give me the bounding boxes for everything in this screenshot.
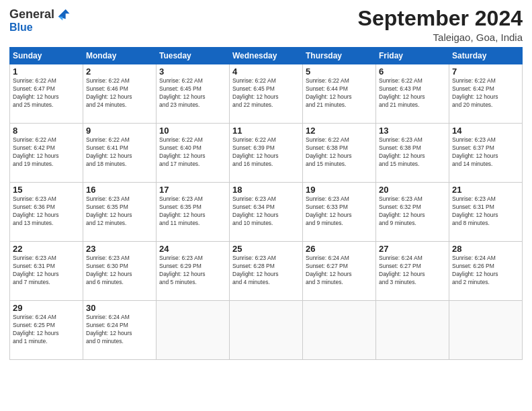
day-info: Sunrise: 6:24 AM Sunset: 6:27 PM Dayligh… [379, 255, 446, 287]
table-row: 27Sunrise: 6:24 AM Sunset: 6:27 PM Dayli… [376, 242, 449, 301]
table-row: 9Sunrise: 6:22 AM Sunset: 6:41 PM Daylig… [83, 124, 157, 183]
table-row: 20Sunrise: 6:23 AM Sunset: 6:32 PM Dayli… [376, 183, 449, 242]
day-number: 9 [86, 126, 153, 136]
day-number: 19 [306, 185, 373, 195]
day-info: Sunrise: 6:22 AM Sunset: 6:42 PM Dayligh… [13, 136, 80, 169]
table-row: 29Sunrise: 6:24 AM Sunset: 6:25 PM Dayli… [10, 301, 83, 360]
day-info: Sunrise: 6:22 AM Sunset: 6:46 PM Dayligh… [86, 77, 153, 109]
day-number: 24 [159, 244, 226, 254]
day-info: Sunrise: 6:23 AM Sunset: 6:38 PM Dayligh… [379, 136, 446, 169]
day-info: Sunrise: 6:23 AM Sunset: 6:37 PM Dayligh… [452, 136, 519, 169]
table-row: 7Sunrise: 6:22 AM Sunset: 6:42 PM Daylig… [449, 64, 523, 124]
month-title: September 2024 [358, 7, 523, 30]
day-number: 8 [13, 126, 80, 136]
logo-blue-text: Blue [9, 21, 33, 34]
day-number: 3 [159, 66, 226, 77]
calendar-week-4: 22Sunrise: 6:23 AM Sunset: 6:31 PM Dayli… [10, 242, 523, 301]
table-row: 10Sunrise: 6:22 AM Sunset: 6:40 PM Dayli… [157, 124, 230, 183]
day-number: 26 [306, 244, 373, 254]
table-row: 15Sunrise: 6:23 AM Sunset: 6:36 PM Dayli… [10, 183, 83, 242]
calendar-header-row: Sunday Monday Tuesday Wednesday Thursday… [10, 48, 523, 64]
day-number: 13 [379, 126, 446, 136]
col-saturday: Saturday [449, 48, 523, 64]
day-number: 12 [306, 126, 373, 136]
table-row [303, 301, 376, 360]
day-info: Sunrise: 6:23 AM Sunset: 6:35 PM Dayligh… [86, 195, 153, 228]
day-info: Sunrise: 6:23 AM Sunset: 6:29 PM Dayligh… [159, 255, 226, 287]
day-number: 6 [379, 66, 446, 77]
day-info: Sunrise: 6:23 AM Sunset: 6:30 PM Dayligh… [86, 255, 153, 287]
day-info: Sunrise: 6:22 AM Sunset: 6:45 PM Dayligh… [159, 77, 226, 109]
table-row: 8Sunrise: 6:22 AM Sunset: 6:42 PM Daylig… [10, 124, 83, 183]
day-info: Sunrise: 6:22 AM Sunset: 6:42 PM Dayligh… [452, 77, 519, 109]
calendar-week-2: 8Sunrise: 6:22 AM Sunset: 6:42 PM Daylig… [10, 124, 523, 183]
logo-icon [56, 7, 71, 21]
day-number: 5 [306, 66, 373, 77]
table-row: 6Sunrise: 6:22 AM Sunset: 6:43 PM Daylig… [376, 64, 449, 124]
day-number: 1 [13, 66, 80, 77]
day-info: Sunrise: 6:23 AM Sunset: 6:34 PM Dayligh… [232, 195, 300, 228]
table-row: 16Sunrise: 6:23 AM Sunset: 6:35 PM Dayli… [83, 183, 157, 242]
table-row: 25Sunrise: 6:23 AM Sunset: 6:28 PM Dayli… [230, 242, 303, 301]
table-row: 23Sunrise: 6:23 AM Sunset: 6:30 PM Dayli… [83, 242, 157, 301]
day-info: Sunrise: 6:23 AM Sunset: 6:33 PM Dayligh… [306, 195, 373, 228]
day-number: 14 [452, 126, 519, 136]
table-row [449, 301, 523, 360]
col-friday: Friday [376, 48, 449, 64]
day-number: 16 [86, 185, 153, 195]
logo: General Blue [9, 7, 71, 34]
table-row: 22Sunrise: 6:23 AM Sunset: 6:31 PM Dayli… [10, 242, 83, 301]
day-number: 30 [86, 303, 153, 313]
day-info: Sunrise: 6:22 AM Sunset: 6:40 PM Dayligh… [159, 136, 226, 169]
day-number: 4 [232, 66, 300, 77]
table-row: 30Sunrise: 6:24 AM Sunset: 6:24 PM Dayli… [83, 301, 157, 360]
table-row: 18Sunrise: 6:23 AM Sunset: 6:34 PM Dayli… [230, 183, 303, 242]
table-row [157, 301, 230, 360]
day-info: Sunrise: 6:22 AM Sunset: 6:41 PM Dayligh… [86, 136, 153, 169]
day-info: Sunrise: 6:23 AM Sunset: 6:31 PM Dayligh… [13, 255, 80, 287]
calendar-table: Sunday Monday Tuesday Wednesday Thursday… [9, 47, 523, 360]
day-info: Sunrise: 6:23 AM Sunset: 6:31 PM Dayligh… [452, 195, 519, 228]
title-block: September 2024 Taleigao, Goa, India [358, 7, 523, 43]
day-number: 10 [159, 126, 226, 136]
day-info: Sunrise: 6:24 AM Sunset: 6:27 PM Dayligh… [306, 255, 373, 287]
col-tuesday: Tuesday [157, 48, 230, 64]
day-info: Sunrise: 6:23 AM Sunset: 6:36 PM Dayligh… [13, 195, 80, 228]
day-info: Sunrise: 6:23 AM Sunset: 6:28 PM Dayligh… [232, 255, 300, 287]
table-row: 1Sunrise: 6:22 AM Sunset: 6:47 PM Daylig… [10, 64, 83, 124]
col-wednesday: Wednesday [230, 48, 303, 64]
table-row: 26Sunrise: 6:24 AM Sunset: 6:27 PM Dayli… [303, 242, 376, 301]
calendar-week-1: 1Sunrise: 6:22 AM Sunset: 6:47 PM Daylig… [10, 64, 523, 124]
table-row: 21Sunrise: 6:23 AM Sunset: 6:31 PM Dayli… [449, 183, 523, 242]
page-container: General Blue September 2024 Taleigao, Go… [0, 0, 532, 411]
day-number: 20 [379, 185, 446, 195]
day-number: 2 [86, 66, 153, 77]
day-info: Sunrise: 6:24 AM Sunset: 6:24 PM Dayligh… [86, 314, 153, 346]
table-row: 12Sunrise: 6:22 AM Sunset: 6:38 PM Dayli… [303, 124, 376, 183]
table-row: 3Sunrise: 6:22 AM Sunset: 6:45 PM Daylig… [157, 64, 230, 124]
table-row: 24Sunrise: 6:23 AM Sunset: 6:29 PM Dayli… [157, 242, 230, 301]
day-info: Sunrise: 6:22 AM Sunset: 6:43 PM Dayligh… [379, 77, 446, 109]
table-row: 4Sunrise: 6:22 AM Sunset: 6:45 PM Daylig… [230, 64, 303, 124]
table-row: 14Sunrise: 6:23 AM Sunset: 6:37 PM Dayli… [449, 124, 523, 183]
day-number: 29 [13, 303, 80, 313]
day-number: 25 [232, 244, 300, 254]
table-row: 13Sunrise: 6:23 AM Sunset: 6:38 PM Dayli… [376, 124, 449, 183]
day-number: 28 [452, 244, 519, 254]
header: General Blue September 2024 Taleigao, Go… [9, 7, 523, 43]
day-number: 11 [232, 126, 300, 136]
day-info: Sunrise: 6:23 AM Sunset: 6:32 PM Dayligh… [379, 195, 446, 228]
day-info: Sunrise: 6:22 AM Sunset: 6:45 PM Dayligh… [232, 77, 300, 109]
col-sunday: Sunday [10, 48, 83, 64]
day-info: Sunrise: 6:24 AM Sunset: 6:26 PM Dayligh… [452, 255, 519, 287]
calendar-week-5: 29Sunrise: 6:24 AM Sunset: 6:25 PM Dayli… [10, 301, 523, 360]
day-info: Sunrise: 6:23 AM Sunset: 6:35 PM Dayligh… [159, 195, 226, 228]
table-row: 19Sunrise: 6:23 AM Sunset: 6:33 PM Dayli… [303, 183, 376, 242]
day-info: Sunrise: 6:22 AM Sunset: 6:47 PM Dayligh… [13, 77, 80, 109]
day-number: 22 [13, 244, 80, 254]
table-row [376, 301, 449, 360]
table-row [230, 301, 303, 360]
table-row: 2Sunrise: 6:22 AM Sunset: 6:46 PM Daylig… [83, 64, 157, 124]
day-number: 7 [452, 66, 519, 77]
col-monday: Monday [83, 48, 157, 64]
